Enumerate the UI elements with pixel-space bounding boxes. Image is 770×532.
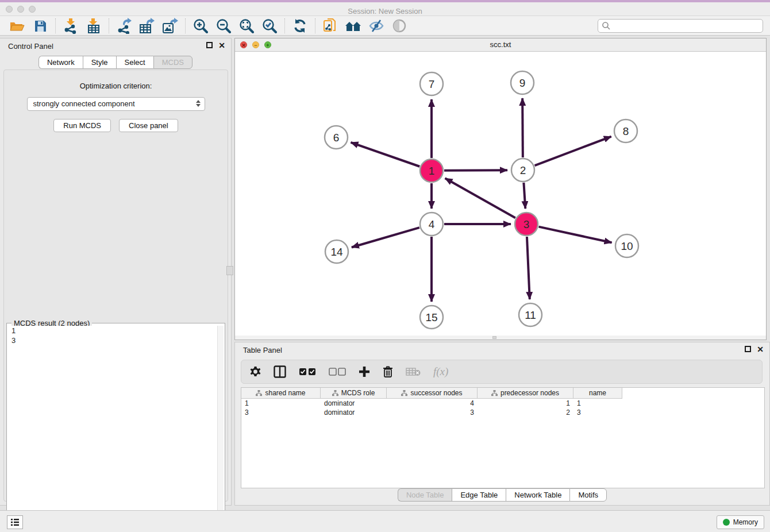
node-10[interactable]: 10 [615, 234, 638, 257]
table-cell[interactable]: dominator [321, 408, 387, 417]
mcds-result-text[interactable]: 1 3 [8, 326, 217, 532]
minimize-view-icon[interactable]: − [252, 41, 259, 48]
criterion-dropdown[interactable]: strongly connected component [27, 97, 205, 111]
close-panel-button[interactable]: Close panel [119, 119, 178, 132]
zoom-in-icon [193, 18, 208, 33]
tab-style[interactable]: Style [83, 56, 116, 69]
show-graphics-details-button[interactable] [365, 17, 388, 34]
node-14[interactable]: 14 [325, 240, 348, 263]
import-table-button[interactable] [82, 17, 105, 34]
save-session-button[interactable] [29, 17, 52, 34]
apply-layout-button[interactable] [288, 17, 311, 34]
toolbar-separator [315, 18, 315, 33]
select-all-columns-button[interactable] [299, 368, 316, 376]
tab-motifs[interactable]: Motifs [569, 488, 607, 502]
zoom-out-button[interactable] [212, 17, 235, 34]
close-table-panel-icon[interactable]: ✕ [757, 345, 764, 354]
column-header[interactable]: MCDS role [321, 388, 387, 399]
table-cell[interactable]: 3 [241, 408, 321, 417]
hide-graphics-details-button[interactable] [388, 17, 411, 34]
export-table-button[interactable] [136, 17, 159, 34]
clone-network-button[interactable] [319, 17, 342, 34]
run-mcds-button[interactable]: Run MCDS [53, 119, 111, 132]
first-neighbors-button[interactable] [342, 17, 365, 34]
titlebar[interactable]: Session: New Session [0, 2, 770, 16]
resize-grip-icon[interactable] [492, 336, 496, 339]
network-window-titlebar[interactable]: ✕ − + scc.txt [235, 38, 766, 52]
column-header[interactable]: successor nodes [387, 388, 478, 399]
edge-3-1[interactable] [445, 178, 515, 218]
edge-1-2[interactable] [444, 170, 507, 171]
table-row[interactable]: 3dominator323 [241, 408, 764, 417]
edge-3-11[interactable] [527, 237, 530, 299]
edge-1-6[interactable] [351, 142, 419, 167]
tab-node-table[interactable]: Node Table [398, 488, 452, 502]
mcds-result-group: MCDS result (2 nodes) 1 3 [6, 323, 225, 532]
delete-table-button[interactable] [406, 367, 421, 376]
table-cell[interactable]: 1 [573, 399, 622, 408]
tab-mcds[interactable]: MCDS [153, 56, 192, 69]
tab-select[interactable]: Select [116, 56, 153, 69]
node-9[interactable]: 9 [511, 71, 534, 94]
table-settings-button[interactable] [249, 366, 261, 377]
save-icon [34, 20, 47, 32]
show-log-button[interactable] [7, 515, 23, 529]
tab-network-table[interactable]: Network Table [506, 488, 569, 502]
node-2[interactable]: 2 [511, 159, 534, 182]
node-15[interactable]: 15 [420, 306, 443, 329]
export-network-button[interactable] [113, 17, 136, 34]
node-label: 7 [429, 78, 435, 90]
edge-2-8[interactable] [535, 137, 611, 166]
search-input[interactable] [611, 22, 763, 30]
edge-3-10[interactable] [538, 227, 611, 243]
table-cell[interactable]: 1 [478, 399, 573, 408]
node-4[interactable]: 4 [420, 213, 443, 236]
column-header[interactable]: predecessor nodes [478, 388, 573, 399]
float-table-panel-icon[interactable] [745, 346, 751, 352]
column-header[interactable]: shared name [241, 388, 321, 399]
add-column-button[interactable] [359, 366, 370, 377]
column-header[interactable]: name [573, 388, 622, 399]
deselect-all-columns-button[interactable] [329, 368, 346, 376]
zoom-in-button[interactable] [189, 17, 212, 34]
close-view-icon[interactable]: ✕ [240, 41, 247, 48]
node-3[interactable]: 3 [515, 213, 538, 236]
split-panel-button[interactable] [274, 365, 286, 378]
close-panel-icon[interactable]: ✕ [218, 41, 225, 50]
zoom-fit-button[interactable] [235, 17, 258, 34]
table-cell[interactable]: 3 [387, 408, 478, 417]
edge-2-3[interactable] [523, 183, 525, 209]
zoom-selected-button[interactable] [258, 17, 281, 34]
maximize-view-icon[interactable]: + [264, 41, 271, 48]
toolbar-separator [55, 18, 56, 33]
node-8[interactable]: 8 [614, 119, 637, 142]
table-cell[interactable]: 3 [573, 408, 622, 417]
splitter-grip[interactable] [226, 266, 233, 275]
memory-button[interactable]: Memory [717, 515, 764, 529]
result-scrollbar[interactable] [217, 326, 224, 532]
edge-2-9[interactable] [522, 98, 523, 157]
network-view-window: ✕ − + scc.txt 7968124314101511 [234, 38, 767, 340]
table-row[interactable]: 1dominator411 [241, 399, 764, 408]
function-builder-button[interactable]: f(x) [433, 365, 448, 378]
table-cell[interactable]: dominator [321, 399, 387, 408]
table-cell[interactable]: 4 [387, 399, 478, 408]
node-table[interactable]: shared nameMCDS rolesuccessor nodesprede… [241, 387, 765, 488]
node-label: 14 [330, 246, 343, 258]
open-session-button[interactable] [6, 17, 29, 34]
table-cell[interactable]: 2 [478, 408, 573, 417]
tab-edge-table[interactable]: Edge Table [452, 488, 506, 502]
delete-column-button[interactable] [383, 366, 393, 377]
node-1[interactable]: 1 [420, 159, 443, 182]
network-canvas[interactable]: 7968124314101511 [235, 52, 766, 336]
node-7[interactable]: 7 [420, 72, 443, 95]
edge-4-14[interactable] [352, 228, 419, 247]
import-network-button[interactable] [59, 17, 82, 34]
node-11[interactable]: 11 [519, 303, 542, 326]
table-cell[interactable]: 1 [241, 399, 321, 408]
export-image-button[interactable] [159, 17, 182, 34]
node-6[interactable]: 6 [325, 126, 348, 149]
float-panel-icon[interactable] [206, 42, 213, 48]
tab-network[interactable]: Network [38, 56, 83, 69]
search-box[interactable] [598, 19, 763, 33]
